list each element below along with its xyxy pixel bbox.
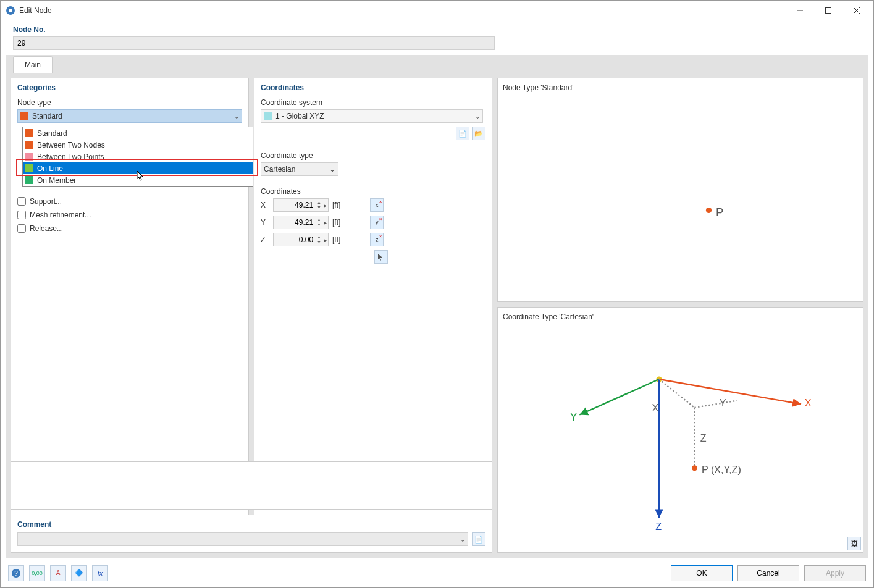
svg-text:Z: Z	[655, 521, 662, 532]
ok-button[interactable]: OK	[671, 565, 733, 581]
options-group: Support... Mesh refinement... Release...	[17, 197, 242, 233]
support-checkbox[interactable]	[17, 197, 26, 206]
coord-row-y: Y ▲▼ ▸ [ft] y×	[261, 216, 485, 229]
coord-type-label: Coordinate type	[261, 151, 485, 160]
coord-type-preview-svg: X Y Z X Y Z P (X,Y,Z)	[503, 325, 858, 547]
chevron-down-icon[interactable]: ⌄	[460, 536, 465, 543]
svg-text:X: X	[805, 397, 812, 408]
node-type-option-between-points[interactable]: Between Two Points	[23, 151, 253, 162]
svg-line-15	[659, 379, 695, 408]
axis-label-x: X	[261, 201, 269, 209]
x-value-input[interactable]: ▲▼ ▸	[273, 198, 329, 212]
arrow-icon[interactable]: ▸	[322, 202, 328, 209]
svg-text:X: X	[652, 402, 659, 413]
footer: ? 0,00 A 🔷 fx OK Cancel Apply	[1, 558, 873, 587]
release-label: Release...	[30, 224, 63, 233]
minimize-button[interactable]	[786, 1, 814, 20]
coord-type-preview-panel: Coordinate Type 'Cartesian' X Y Z X	[497, 307, 863, 553]
svg-rect-3	[826, 8, 831, 14]
pick-x-button[interactable]: x×	[370, 198, 384, 212]
swatch-icon	[20, 112, 28, 120]
svg-point-6	[706, 208, 712, 213]
swatch-icon	[25, 176, 33, 184]
coords-label: Coordinates	[261, 187, 485, 196]
node-type-dropdown[interactable]: Standard ⌄	[17, 109, 242, 123]
preview-actions: 🖼	[847, 537, 861, 550]
swatch-icon	[25, 164, 33, 172]
pick-z-button[interactable]: z×	[370, 233, 384, 246]
close-button[interactable]	[842, 1, 871, 20]
fx-button[interactable]: fx	[92, 565, 108, 581]
spinner-buttons[interactable]: ▲▼	[316, 200, 322, 210]
arrow-icon[interactable]: ▸	[322, 219, 328, 226]
node-no-input[interactable]	[13, 36, 495, 50]
svg-line-11	[579, 379, 659, 415]
coord-system-label: Coordinate system	[261, 98, 485, 107]
edit-coord-system-button[interactable]: 📂	[472, 127, 485, 140]
cancel-button[interactable]: Cancel	[737, 565, 799, 581]
support-checkbox-row: Support...	[17, 197, 242, 206]
swatch-icon	[25, 129, 33, 137]
svg-text:Y: Y	[570, 411, 577, 422]
titlebar: Edit Node	[1, 1, 873, 20]
mesh-checkbox-row: Mesh refinement...	[17, 211, 242, 219]
comment-pick-button[interactable]: 📄	[472, 532, 485, 546]
comment-title: Comment	[17, 520, 485, 529]
spinner-buttons[interactable]: ▲▼	[316, 217, 322, 227]
footer-toolbar: ? 0,00 A 🔷 fx	[8, 565, 108, 581]
coord-row-z: Z ▲▼ ▸ [ft] z×	[261, 233, 485, 246]
y-value-input[interactable]: ▲▼ ▸	[273, 216, 329, 229]
arrow-icon[interactable]: ▸	[322, 237, 328, 243]
units-button[interactable]: 0,00	[29, 565, 45, 581]
svg-text:P: P	[716, 206, 723, 219]
support-label: Support...	[30, 197, 62, 206]
chevron-down-icon: ⌄	[234, 113, 239, 120]
coordinates-title: Coordinates	[261, 83, 485, 92]
view-button[interactable]: 🔷	[71, 565, 87, 581]
release-checkbox[interactable]	[17, 224, 26, 233]
coord-system-select[interactable]: 1 - Global XYZ ⌄	[261, 109, 483, 123]
svg-point-1	[9, 9, 12, 12]
comment-input[interactable]: ⌄	[17, 532, 468, 546]
edit-node-window: Edit Node Node No. Main Categories Node …	[0, 0, 874, 588]
app-icon	[6, 6, 15, 15]
pick-all-button[interactable]	[374, 250, 388, 264]
node-no-label: Node No.	[13, 25, 495, 34]
spacer-panel	[11, 461, 492, 510]
font-button[interactable]: A	[50, 565, 66, 581]
axis-label-y: Y	[261, 218, 269, 227]
node-type-option-between-nodes[interactable]: Between Two Nodes	[23, 139, 253, 151]
titlebar-buttons	[786, 1, 871, 20]
mesh-refinement-checkbox[interactable]	[17, 211, 26, 219]
svg-text:Z: Z	[700, 432, 707, 443]
tab-main[interactable]: Main	[13, 56, 53, 73]
svg-text:?: ?	[14, 570, 18, 577]
coord-row-x: X ▲▼ ▸ [ft] x×	[261, 198, 485, 212]
apply-button[interactable]: Apply	[804, 565, 866, 581]
help-button[interactable]: ?	[8, 565, 24, 581]
svg-point-21	[692, 465, 697, 471]
node-type-label: Node type	[17, 98, 242, 107]
tab-strip: Main	[6, 55, 868, 73]
node-type-option-standard[interactable]: Standard	[23, 127, 253, 139]
swatch-icon	[264, 112, 272, 120]
node-type-preview-label: Node Type 'Standard'	[503, 83, 858, 92]
pick-y-button[interactable]: y×	[370, 216, 384, 229]
maximize-button[interactable]	[814, 1, 842, 20]
footer-buttons: OK Cancel Apply	[671, 565, 866, 581]
z-value-input[interactable]: ▲▼ ▸	[273, 233, 329, 246]
chevron-down-icon: ⌄	[475, 113, 480, 120]
comment-panel: Comment ⌄ 📄	[11, 514, 492, 553]
svg-line-9	[659, 379, 801, 404]
preview-image-button[interactable]: 🖼	[847, 537, 861, 550]
swatch-icon	[25, 141, 33, 149]
coord-row-pick	[261, 250, 485, 264]
svg-text:Y: Y	[720, 397, 726, 408]
coord-system-toolbar: 📄 📂	[261, 127, 485, 140]
node-type-selected: Standard	[32, 112, 234, 120]
spinner-buttons[interactable]: ▲▼	[316, 235, 322, 245]
node-type-preview-svg: P	[503, 96, 858, 296]
window-title: Edit Node	[19, 6, 786, 15]
new-coord-system-button[interactable]: 📄	[456, 127, 469, 140]
coord-type-select[interactable]: Cartesian ⌄	[261, 162, 338, 176]
